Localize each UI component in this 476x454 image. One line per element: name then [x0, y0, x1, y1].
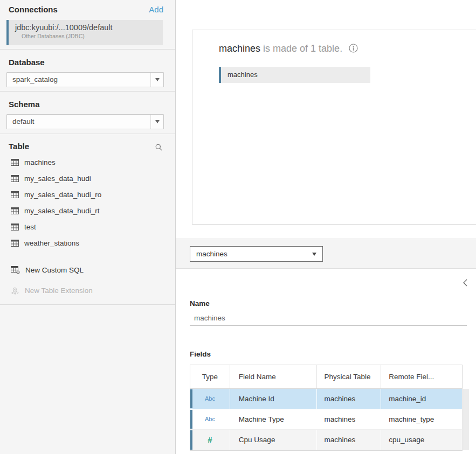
field-row-machine-id[interactable]: Abc Machine Id machines machine_id [190, 389, 462, 409]
new-custom-sql-label: New Custom SQL [25, 266, 84, 274]
table-name: machines [24, 158, 56, 166]
field-row-cpu-usage[interactable]: # Cpu Usage machines cpu_usage [190, 430, 462, 450]
table-list-item-my-sales-data-hudi[interactable]: my_sales_data_hudi [0, 170, 175, 186]
logical-layer-canvas: machines is made of 1 table. machines [192, 30, 476, 225]
connection-item[interactable]: jdbc:kyuubi:/...10009/default Other Data… [6, 20, 163, 45]
table-name-input-value: machines [190, 311, 467, 325]
table-name: my_sales_data_hudi_rt [24, 207, 100, 215]
divider [0, 304, 175, 305]
database-heading: Database [9, 58, 45, 67]
database-select[interactable]: spark_catalog [6, 72, 164, 87]
table-list-item-my-sales-data-hudi-ro[interactable]: my_sales_data_hudi_ro [0, 186, 175, 202]
logical-table-chip[interactable]: machines [219, 67, 370, 83]
custom-sql-icon [11, 266, 20, 274]
chevron-down-icon [155, 78, 160, 81]
table-grid-icon [11, 159, 19, 166]
chevron-down-icon [155, 120, 160, 123]
divider [0, 134, 175, 134]
search-icon[interactable] [155, 143, 162, 153]
table-list-item-weather-stations[interactable]: weather_stations [0, 235, 175, 251]
data-model-main: machines is made of 1 table. machines ma… [176, 0, 476, 454]
column-header-remote-field[interactable]: Remote Fiel... [381, 365, 462, 388]
row-accent-bar [190, 430, 192, 450]
physical-table-cell: machines [317, 389, 382, 409]
physical-table-dropdown[interactable]: machines [190, 246, 323, 262]
info-icon[interactable] [349, 44, 358, 55]
schema-select[interactable]: default [6, 114, 164, 129]
row-accent-bar [190, 389, 192, 408]
table-list-item-test[interactable]: test [0, 219, 175, 235]
table-heading: Table [9, 142, 29, 151]
table-grid-icon [11, 191, 19, 198]
table-list-item-my-sales-data-hudi-rt[interactable]: my_sales_data_hudi_rt [0, 202, 175, 219]
column-header-type[interactable]: Type [190, 365, 230, 388]
fields-table-scrollbar[interactable] [463, 389, 469, 450]
table-extension-icon [11, 287, 19, 295]
table-grid-icon [11, 175, 19, 182]
divider [0, 91, 175, 92]
table-name: test [24, 223, 36, 231]
table-grid-icon [11, 240, 19, 247]
string-type-icon: Abc [190, 389, 230, 409]
new-custom-sql-button[interactable]: New Custom SQL [0, 262, 175, 278]
name-label: Name [190, 299, 210, 308]
connection-name: jdbc:kyuubi:/...10009/default [9, 20, 163, 32]
row-accent-bar [190, 410, 192, 429]
schema-heading: Schema [9, 100, 40, 109]
divider [0, 49, 175, 50]
database-select-value: spark_catalog [7, 73, 163, 87]
canvas-title: machines is made of 1 table. [219, 43, 358, 54]
new-table-extension-label: New Table Extension [25, 287, 93, 295]
column-header-field-name[interactable]: Field Name [230, 365, 317, 388]
table-grid-icon [11, 207, 19, 214]
collapse-panel-button[interactable] [463, 278, 468, 289]
remote-field-cell: cpu_usage [381, 430, 462, 450]
table-name: my_sales_data_hudi_ro [24, 191, 101, 199]
physical-layer-strip: machines [176, 239, 476, 269]
connection-type: Other Databases (JDBC) [9, 32, 163, 39]
database-select-arrow-zone[interactable] [150, 73, 163, 87]
physical-table-cell: machines [317, 430, 382, 450]
field-row-machine-type[interactable]: Abc Machine Type machines machine_type [190, 409, 462, 430]
string-type-icon: Abc [190, 409, 230, 429]
datasource-name: machines [219, 43, 260, 54]
connections-heading: Connections [9, 5, 58, 14]
logical-table-name: machines [221, 67, 370, 83]
field-name-cell: Cpu Usage [230, 430, 317, 450]
number-type-icon: # [190, 430, 230, 450]
table-name: my_sales_data_hudi [24, 174, 91, 183]
remote-field-cell: machine_type [381, 409, 462, 429]
new-table-extension-button: New Table Extension [0, 282, 175, 298]
schema-select-value: default [7, 115, 163, 129]
table-list: machines my_sales_data_hudi my_sales_dat… [0, 154, 175, 251]
schema-select-arrow-zone[interactable] [150, 115, 163, 129]
table-name: weather_stations [24, 239, 79, 247]
column-header-physical-table[interactable]: Physical Table [317, 365, 382, 388]
fields-table-header: Type Field Name Physical Table Remote Fi… [190, 365, 462, 389]
field-name-cell: Machine Id [230, 389, 317, 409]
table-name-input[interactable]: machines [190, 311, 467, 326]
table-list-item-machines[interactable]: machines [0, 154, 175, 170]
canvas-title-suffix: is made of 1 table. [260, 43, 342, 54]
physical-table-dropdown-value: machines [190, 247, 322, 261]
fields-table: Type Field Name Physical Table Remote Fi… [190, 365, 463, 451]
fields-label: Fields [190, 350, 211, 358]
chevron-down-icon [312, 253, 316, 256]
physical-table-cell: machines [317, 409, 382, 429]
table-grid-icon [11, 223, 19, 231]
connections-sidebar: Connections Add jdbc:kyuubi:/...10009/de… [0, 0, 176, 454]
field-name-cell: Machine Type [230, 409, 317, 429]
remote-field-cell: machine_id [381, 389, 462, 409]
add-connection-link[interactable]: Add [149, 5, 163, 14]
